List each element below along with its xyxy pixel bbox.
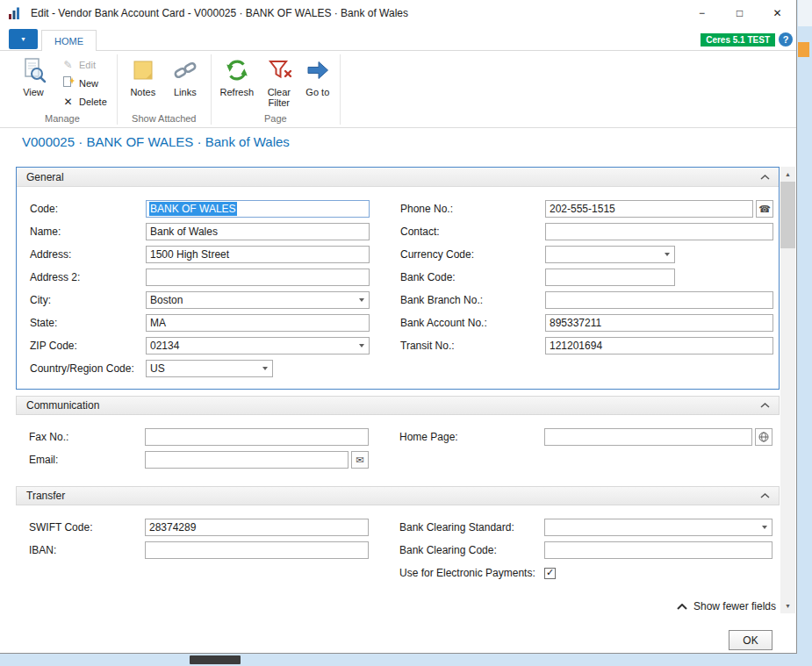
new-button-label: New (79, 78, 98, 89)
zip-code-input[interactable] (146, 337, 370, 354)
bank-code-input[interactable] (545, 269, 675, 286)
bank-branch-input[interactable] (545, 291, 773, 309)
name-label: Name: (30, 226, 146, 238)
refresh-button-label: Refresh (220, 87, 255, 97)
name-input[interactable] (146, 223, 370, 240)
company-badge: Ceres 5.1 TEST (701, 33, 775, 47)
bank-clearing-standard-input[interactable] (544, 519, 772, 536)
application-menu-button[interactable]: ▼ (9, 29, 38, 49)
ribbon-group-manage: View ✎ Edit (12, 51, 112, 127)
collapse-chevron-icon (760, 403, 770, 408)
help-icon: ? (783, 34, 789, 45)
close-button[interactable]: ✕ (758, 0, 796, 26)
collapse-chevron-icon (760, 175, 770, 180)
city-input[interactable] (146, 291, 370, 309)
home-page-link-button[interactable] (755, 428, 772, 446)
email-input[interactable] (145, 451, 349, 469)
notes-button[interactable]: Notes (122, 54, 164, 97)
zip-code-label: ZIP Code: (30, 340, 146, 352)
edit-button-label: Edit (79, 60, 96, 70)
links-button[interactable]: Links (164, 54, 206, 97)
minimize-button[interactable]: − (683, 0, 721, 26)
dropdown-arrow-icon[interactable] (355, 338, 369, 354)
city-combo[interactable] (146, 291, 370, 309)
background-window-text-fragment (190, 655, 241, 664)
iban-label: IBAN: (29, 544, 145, 556)
phone-call-button[interactable]: ☎ (756, 200, 773, 218)
screen: Edit - Vendor Bank Account Card - V00002… (0, 0, 812, 666)
dropdown-arrow-icon[interactable] (758, 519, 772, 535)
city-label: City: (30, 294, 146, 306)
refresh-button[interactable]: Refresh (216, 54, 258, 97)
tab-home[interactable]: HOME (41, 30, 97, 51)
scroll-down-icon: ▼ (785, 603, 791, 609)
view-button[interactable]: View (12, 54, 54, 97)
delete-button[interactable]: ✕ Delete (56, 92, 112, 111)
currency-code-input[interactable] (545, 246, 675, 263)
general-section-header[interactable]: General (17, 168, 779, 187)
communication-section: Communication Fax No.: Home Page: (16, 396, 780, 480)
send-email-button[interactable]: ✉ (351, 451, 369, 469)
home-page-input[interactable] (544, 428, 752, 446)
ribbon-group-page-label: Page (216, 112, 335, 127)
country-region-input[interactable] (146, 360, 273, 377)
show-fewer-fields-link[interactable]: Show fewer fields (16, 600, 780, 612)
new-document-icon (61, 75, 75, 90)
email-icon: ✉ (356, 455, 363, 465)
help-button[interactable]: ? (779, 32, 793, 47)
country-region-combo[interactable] (146, 360, 273, 377)
address2-input[interactable] (146, 269, 370, 286)
window-title: Edit - Vendor Bank Account Card - V00002… (31, 7, 408, 19)
general-section: General Code: BANK OF WALES Phone No.: (16, 167, 780, 390)
contact-input[interactable] (545, 223, 773, 240)
bank-branch-label: Bank Branch No.: (370, 294, 545, 306)
minimize-icon: − (699, 7, 705, 19)
delete-icon: ✕ (61, 97, 75, 107)
ribbon-separator (340, 54, 341, 125)
go-to-button[interactable]: Go to (300, 54, 335, 97)
scroll-down-button[interactable]: ▼ (780, 598, 795, 613)
swift-code-input[interactable] (145, 519, 369, 536)
country-region-label: Country/Region Code: (30, 362, 146, 375)
bank-clearing-code-input[interactable] (544, 541, 772, 559)
chevron-up-icon (677, 604, 687, 610)
check-icon: ✓ (546, 568, 554, 577)
transit-input[interactable] (545, 337, 773, 354)
transfer-section-header[interactable]: Transfer (16, 486, 780, 505)
clear-filter-button-label: Clear Filter (259, 87, 299, 108)
scrollbar-thumb[interactable] (780, 182, 795, 248)
scroll-up-button[interactable]: ▲ (780, 167, 795, 182)
dropdown-arrow-icon[interactable] (660, 247, 674, 262)
state-input[interactable] (146, 314, 370, 332)
ribbon-group-page: Refresh Clear Filter (216, 51, 335, 127)
new-button[interactable]: New (56, 74, 112, 92)
dropdown-arrow-icon[interactable] (258, 361, 272, 376)
code-label: Code: (30, 203, 146, 215)
dropdown-arrow-icon[interactable] (355, 292, 369, 308)
fax-input[interactable] (145, 428, 369, 446)
electronic-payments-label: Use for Electronic Payments: (369, 567, 544, 579)
ok-button[interactable]: OK (729, 630, 772, 650)
general-section-title: General (26, 171, 64, 183)
code-input[interactable]: BANK OF WALES (146, 200, 370, 218)
communication-section-header[interactable]: Communication (16, 396, 780, 415)
bank-account-input[interactable] (545, 314, 773, 332)
swift-code-label: SWIFT Code: (29, 521, 145, 534)
scroll-up-icon: ▲ (785, 171, 791, 177)
currency-code-label: Currency Code: (370, 248, 545, 261)
iban-input[interactable] (145, 541, 369, 559)
transit-label: Transit No.: (370, 340, 545, 352)
links-icon (171, 56, 199, 84)
maximize-button[interactable]: □ (721, 0, 758, 26)
zip-code-combo[interactable] (146, 337, 370, 354)
ribbon-tab-row: ▼ HOME Ceres 5.1 TEST ? (0, 26, 796, 51)
phone-input[interactable] (545, 200, 753, 218)
address-input[interactable] (146, 246, 370, 263)
clear-filter-button[interactable]: Clear Filter (258, 54, 300, 108)
vertical-scrollbar[interactable]: ▲ ▼ (780, 167, 795, 613)
currency-code-combo[interactable] (545, 246, 675, 263)
electronic-payments-checkbox[interactable]: ✓ (544, 568, 556, 579)
bank-clearing-standard-combo[interactable] (544, 519, 772, 536)
state-label: State: (30, 317, 146, 329)
code-selected-text: BANK OF WALES (149, 202, 237, 216)
